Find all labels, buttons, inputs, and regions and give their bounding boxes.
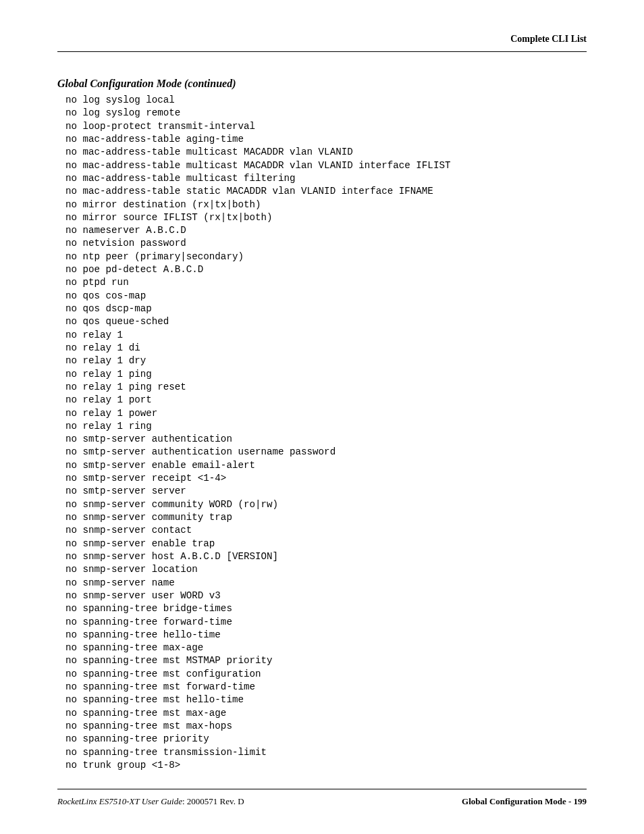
footer-product: RocketLinx ES7510-XT User Guide [57,796,182,806]
footer-right: Global Configuration Mode - 199 [462,796,587,807]
footer-doc-id: : 2000571 Rev. D [182,796,244,806]
footer-left: RocketLinx ES7510-XT User Guide: 2000571… [57,796,244,807]
cli-command-list: no log syslog local no log syslog remote… [65,94,587,772]
page: Complete CLI List Global Configuration M… [0,0,644,834]
header-title: Complete CLI List [510,34,587,44]
page-footer: RocketLinx ES7510-XT User Guide: 2000571… [57,789,587,807]
page-header: Complete CLI List [57,34,587,52]
section-title: Global Configuration Mode (continued) [57,78,587,90]
